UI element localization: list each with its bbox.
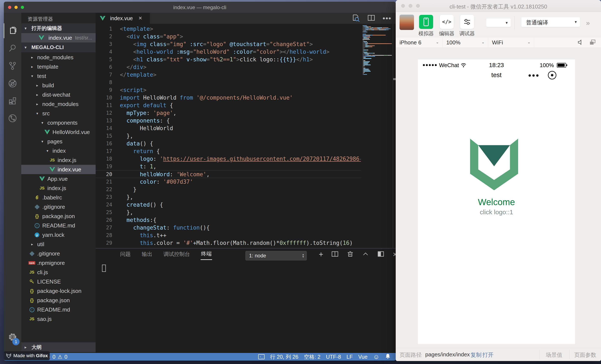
code-line-17[interactable]: 17 return { xyxy=(96,148,361,155)
device-select[interactable]: iPhone 6⌄ xyxy=(396,37,442,48)
code-line-12[interactable]: 12 mpType: 'page', xyxy=(96,109,361,117)
code-line-25[interactable]: 25 }, xyxy=(96,208,361,216)
tree-item-yarn.lock[interactable]: yyarn.lock xyxy=(21,230,96,240)
vscode-titlebar[interactable]: index.vue — megalo-cli xyxy=(4,2,396,13)
code-line-1[interactable]: 1<template> xyxy=(96,25,361,33)
cursor-position-item[interactable]: 行 20, 列 26 xyxy=(270,353,298,360)
page-params-button[interactable]: 页面参数 xyxy=(574,351,596,359)
tab-close-icon[interactable]: ✕ xyxy=(138,16,142,21)
panel-tab-问题[interactable]: 问题 xyxy=(120,249,131,260)
code-line-20[interactable]: 20 helloWord: 'Welcome', xyxy=(96,170,361,178)
tree-item-nodemodules[interactable]: ▸node_modules xyxy=(21,53,96,62)
tree-item-package.json[interactable]: {}package.json xyxy=(21,212,96,221)
tree-item-.gitignore[interactable]: .gitignore xyxy=(21,202,96,212)
menu-dots-icon[interactable] xyxy=(529,74,539,77)
split-editor-icon[interactable] xyxy=(367,14,375,22)
expand-toolbar-icon[interactable]: » xyxy=(586,19,589,27)
code-line-28[interactable]: 28 this.t++ xyxy=(96,231,361,239)
tree-item-index.js[interactable]: JSindex.js xyxy=(21,156,96,165)
tree-item-dist-wechat[interactable]: ▸dist-wechat xyxy=(21,90,96,99)
tree-item-package.json[interactable]: {}package.json xyxy=(21,296,96,305)
code-editor[interactable]: 1<template>2 <div class="app">3 <img cla… xyxy=(96,24,361,259)
code-line-8[interactable]: 8 xyxy=(96,79,361,86)
tree-item-README.md[interactable]: iREADME.md xyxy=(21,221,96,230)
explorer-icon[interactable] xyxy=(4,23,21,38)
terminal-select[interactable]: 1: node ▲▼ xyxy=(245,251,307,260)
code-line-18[interactable]: 18 logo: 'https://user-images.githubuser… xyxy=(96,155,361,163)
terminal-status-icon[interactable]: ›_ xyxy=(258,354,265,359)
eol-item[interactable]: LF xyxy=(347,354,353,360)
code-line-3[interactable]: 3 <img class="img" :src="logo" @touchsta… xyxy=(96,40,361,48)
user-avatar[interactable] xyxy=(400,15,414,30)
code-line-11[interactable]: 11export default { xyxy=(96,101,361,109)
tree-item-pages[interactable]: ▾pages xyxy=(21,137,96,146)
open-editor-item[interactable]: index.vue test/sr... xyxy=(21,33,96,42)
copy-link[interactable]: 复制 xyxy=(471,351,481,359)
panel-tab-输出[interactable]: 输出 xyxy=(141,249,153,260)
tree-item-sao.js[interactable]: JSsao.js xyxy=(21,314,96,324)
code-line-7[interactable]: 7</template> xyxy=(96,71,361,79)
panel-tab-终端[interactable]: 终端 xyxy=(200,249,212,260)
code-line-13[interactable]: 13 components: { xyxy=(96,117,361,124)
settings-gear-icon[interactable]: 1 xyxy=(4,330,21,344)
toggle-panel-icon[interactable] xyxy=(377,251,384,258)
simulator-button[interactable] xyxy=(419,15,433,29)
code-line-15[interactable]: 15 }, xyxy=(96,132,361,140)
code-line-21[interactable]: 21 color: '#007d37' xyxy=(96,178,361,186)
tree-item-App.vue[interactable]: App.vue xyxy=(21,174,96,184)
code-line-6[interactable]: 6 </div> xyxy=(96,63,361,71)
tree-item-index[interactable]: ▾index xyxy=(21,146,96,156)
tree-item-cli.js[interactable]: JScli.js xyxy=(21,268,96,277)
code-line-2[interactable]: 2 <div class="app"> xyxy=(96,33,361,40)
open-changes-icon[interactable] xyxy=(351,14,360,23)
feedback-smiley-icon[interactable]: ☺ xyxy=(373,353,380,360)
compile-mode-dropdown[interactable]: 普通编译 ▼ xyxy=(521,17,580,27)
code-line-26[interactable]: 26 methods:{ xyxy=(96,216,361,224)
code-line-4[interactable]: 4 <hello-world :msg="helloWord" :color="… xyxy=(96,48,361,56)
minimap[interactable] xyxy=(361,24,393,115)
tree-item-index.js[interactable]: JSindex.js xyxy=(21,184,96,193)
scrollbar-thumb[interactable] xyxy=(393,78,396,80)
mute-speaker-icon[interactable] xyxy=(577,39,584,47)
editor-button[interactable]: </> xyxy=(440,15,454,29)
extensions-icon[interactable] xyxy=(4,93,21,108)
gitlens-icon[interactable] xyxy=(4,111,21,126)
code-line-9[interactable]: 9<script> xyxy=(96,86,361,94)
tree-item-template[interactable]: ▸template xyxy=(21,62,96,71)
more-actions-icon[interactable]: ••• xyxy=(382,16,391,20)
tree-item-.gitignore[interactable]: .gitignore xyxy=(21,249,96,258)
megalo-logo[interactable] xyxy=(470,139,518,191)
detach-window-icon[interactable] xyxy=(589,39,596,47)
code-line-29[interactable]: 29 this.color = '#'+Math.floor(Math.rand… xyxy=(96,239,361,247)
tree-item-LICENSE[interactable]: LICENSE xyxy=(21,277,96,286)
tree-item-README.md[interactable]: iREADME.md xyxy=(21,305,96,314)
split-terminal-icon[interactable] xyxy=(331,251,339,258)
debugger-button[interactable] xyxy=(460,15,474,29)
code-line-14[interactable]: 14 HelloWorld xyxy=(96,124,361,132)
tree-item-HelloWorld.vue[interactable]: HelloWorld.vue xyxy=(21,128,96,137)
open-link[interactable]: 打开 xyxy=(482,351,493,359)
scene-value-button[interactable]: 场景值 xyxy=(546,351,562,359)
outline-section[interactable]: ▸ 大纲 xyxy=(21,342,96,352)
tree-item-test[interactable]: ▾test xyxy=(21,71,96,81)
code-line-24[interactable]: 24 created() { xyxy=(96,201,361,208)
code-line-23[interactable]: 23 }, xyxy=(96,193,361,201)
code-line-27[interactable]: 27 changeStat: function(){ xyxy=(96,224,361,231)
capsule-record-icon[interactable] xyxy=(548,71,556,79)
new-terminal-icon[interactable]: + xyxy=(319,250,323,259)
debug-icon[interactable] xyxy=(4,76,21,91)
search-icon[interactable] xyxy=(4,41,21,56)
panel-tab-调试控制台[interactable]: 调试控制台 xyxy=(163,249,190,260)
tree-item-components[interactable]: ▾components xyxy=(21,118,96,128)
tab-index-vue[interactable]: index.vue ✕ xyxy=(96,13,150,24)
code-line-19[interactable]: 19 t: 1, xyxy=(96,163,361,170)
tree-item-package-lock.json[interactable]: {}package-lock.json xyxy=(21,286,96,296)
language-mode-item[interactable]: Vue xyxy=(358,354,368,360)
notifications-bell-icon[interactable] xyxy=(385,353,391,360)
close-panel-icon[interactable]: ✕ xyxy=(392,251,396,258)
code-line-22[interactable]: 22 } xyxy=(96,186,361,193)
code-line-5[interactable]: 5 <h1 class="txt" v-show="t%2==1">click … xyxy=(96,56,361,63)
source-control-icon[interactable] xyxy=(4,58,21,73)
tree-item-.npmignore[interactable]: npm.npmignore xyxy=(21,258,96,268)
zoom-select[interactable]: 100%⌄ xyxy=(442,37,488,48)
